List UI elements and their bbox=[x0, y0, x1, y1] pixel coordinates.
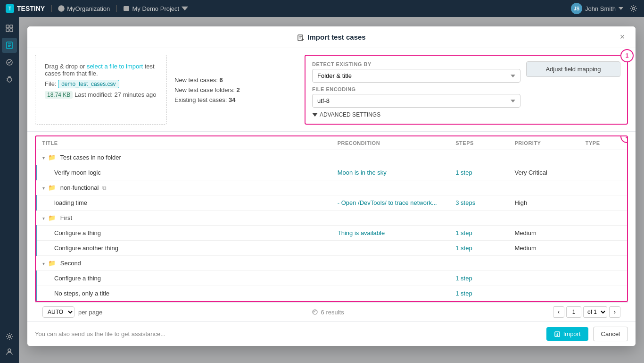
app-name: TESTINY bbox=[17, 5, 45, 12]
case-precondition: Thing is available bbox=[332, 226, 450, 241]
badge-1: 1 bbox=[620, 49, 634, 62]
adjust-mapping-button[interactable]: Adjust field mapping bbox=[526, 61, 620, 77]
case-priority: Medium bbox=[509, 241, 580, 256]
settings-row: DETECT EXISTING BY Folder & title Title … bbox=[312, 61, 620, 118]
sidebar bbox=[0, 17, 19, 363]
settings-panel: 1 DETECT EXISTING BY Folder & title Titl… bbox=[305, 55, 628, 125]
svg-point-1 bbox=[60, 7, 62, 9]
nav-divider2: | bbox=[116, 4, 117, 13]
case-type bbox=[580, 286, 627, 301]
project-icon bbox=[123, 5, 130, 12]
svg-rect-6 bbox=[6, 29, 9, 32]
case-steps: 1 step bbox=[450, 271, 509, 286]
table-row: ▾ 📁 First bbox=[37, 211, 627, 226]
col-steps-header: STEPS bbox=[450, 136, 509, 150]
nav-user[interactable]: JS John Smith bbox=[571, 3, 623, 14]
case-precondition bbox=[332, 241, 450, 256]
case-steps: 3 steps bbox=[450, 195, 509, 211]
case-precondition: Moon is in the sky bbox=[332, 165, 450, 180]
next-page-button[interactable]: › bbox=[609, 306, 620, 318]
close-button[interactable]: × bbox=[617, 32, 628, 43]
results-count: 6 results bbox=[106, 309, 549, 316]
table-row: Configure another thing 1 step Medium bbox=[37, 241, 627, 256]
prev-page-button[interactable]: ‹ bbox=[553, 306, 564, 318]
folder-title: ▾ 📁 non-functional ⧉ bbox=[37, 180, 332, 195]
case-steps: 1 step bbox=[450, 226, 509, 241]
advanced-chevron-icon bbox=[312, 113, 318, 117]
encoding-select[interactable]: utf-8 utf-16 iso-8859-1 bbox=[312, 94, 520, 108]
sidebar-icon-dashboard[interactable] bbox=[2, 21, 17, 36]
select-file-link[interactable]: select a file to import bbox=[87, 63, 143, 70]
folder-title: ▾ 📁 Second bbox=[37, 256, 332, 271]
nav-divider: | bbox=[50, 4, 52, 13]
sidebar-icon-settings[interactable] bbox=[2, 329, 17, 344]
table-row: Configure a thing Thing is available 1 s… bbox=[37, 226, 627, 241]
nav-project[interactable]: My Demo Project bbox=[123, 5, 188, 12]
dropzone[interactable]: Drag & drop or select a file to import t… bbox=[35, 55, 167, 125]
col-type-header: TYPE bbox=[580, 136, 627, 150]
detect-select[interactable]: Folder & title Title only ID bbox=[312, 69, 520, 83]
case-priority bbox=[509, 286, 580, 301]
refresh-icon[interactable] bbox=[312, 309, 318, 315]
advanced-toggle[interactable]: ADVANCED SETTINGS bbox=[312, 111, 520, 118]
sidebar-icon-bugs[interactable] bbox=[2, 72, 17, 87]
sidebar-icon-testcases[interactable] bbox=[2, 38, 17, 53]
top-nav: T TESTINY | MyOrganization | My Demo Pro… bbox=[0, 0, 644, 17]
case-precondition bbox=[332, 286, 450, 301]
case-title: Configure a thing bbox=[37, 226, 332, 241]
table-row: Configure a thing 1 step bbox=[37, 271, 627, 286]
table-row: ▾ 📁 non-functional ⧉ bbox=[37, 180, 627, 195]
svg-point-10 bbox=[8, 77, 11, 82]
nav-org[interactable]: MyOrganization bbox=[58, 5, 110, 12]
logo-icon: T bbox=[6, 4, 14, 13]
col-precondition-header: PRECONDITION bbox=[332, 136, 450, 150]
detect-label: DETECT EXISTING BY bbox=[312, 61, 520, 67]
modal-title: Import test cases bbox=[297, 33, 365, 41]
folder-title: ▾ 📁 Test cases in no folder bbox=[37, 150, 332, 165]
user-chevron-icon bbox=[619, 7, 623, 10]
per-page-label: per page bbox=[78, 309, 102, 316]
table-footer: AUTO 10 25 50 100 per page 6 results bbox=[35, 302, 628, 321]
page-number-input[interactable] bbox=[566, 306, 581, 318]
modal-overlay: Import test cases × Drag & drop or selec… bbox=[19, 17, 644, 363]
settings-left: DETECT EXISTING BY Folder & title Title … bbox=[312, 61, 520, 118]
project-chevron-icon bbox=[182, 5, 188, 12]
test-cases-table: TITLE PRECONDITION STEPS PRIORITY TYPE bbox=[36, 136, 627, 301]
encoding-label: FILE ENCODING bbox=[312, 86, 520, 92]
avatar: JS bbox=[571, 3, 582, 14]
case-title: Configure another thing bbox=[37, 241, 332, 256]
case-precondition bbox=[332, 271, 450, 286]
file-size-badge: 18.74 KB bbox=[45, 91, 73, 99]
case-type bbox=[580, 271, 627, 286]
existing-cases-stat: Existing test cases: 34 bbox=[174, 96, 297, 103]
case-title: Configure a thing bbox=[37, 271, 332, 286]
case-type bbox=[580, 241, 627, 256]
case-title: No steps, only a title bbox=[37, 286, 332, 301]
file-name-badge: demo_test_cases.csv bbox=[58, 80, 119, 88]
results-text: 6 results bbox=[321, 309, 344, 316]
stats-box: New test cases: 6 New test case folders:… bbox=[174, 55, 297, 125]
nav-settings-icon[interactable] bbox=[629, 4, 638, 13]
case-type bbox=[580, 226, 627, 241]
import-button[interactable]: Import bbox=[546, 327, 588, 341]
import-modal: Import test cases × Drag & drop or selec… bbox=[27, 26, 636, 346]
col-priority-header: PRIORITY bbox=[509, 136, 580, 150]
svg-rect-5 bbox=[10, 25, 13, 28]
top-section: Drag & drop or select a file to import t… bbox=[27, 48, 636, 132]
per-page-select[interactable]: AUTO 10 25 50 100 bbox=[42, 306, 74, 318]
table-row: ▾ 📁 Test cases in no folder bbox=[37, 150, 627, 165]
table-wrapper: 2 TITLE PRECONDITION STEPS PRIORITY TYPE bbox=[35, 135, 628, 302]
col-title-header: TITLE bbox=[37, 136, 332, 150]
cancel-button[interactable]: Cancel bbox=[593, 327, 628, 341]
sidebar-icon-runs[interactable] bbox=[2, 55, 17, 70]
sidebar-icon-user[interactable] bbox=[2, 344, 17, 359]
page-select[interactable]: of 1 bbox=[583, 306, 607, 318]
svg-point-11 bbox=[8, 336, 11, 338]
dropzone-text: Drag & drop or select a file to import t… bbox=[45, 63, 157, 77]
app-logo[interactable]: T TESTINY bbox=[6, 4, 45, 13]
svg-point-12 bbox=[8, 349, 11, 352]
table-row: No steps, only a title 1 step bbox=[37, 286, 627, 301]
case-steps: 1 step bbox=[450, 286, 509, 301]
modal-body: Drag & drop or select a file to import t… bbox=[27, 48, 636, 346]
user-name: John Smith bbox=[585, 5, 616, 12]
